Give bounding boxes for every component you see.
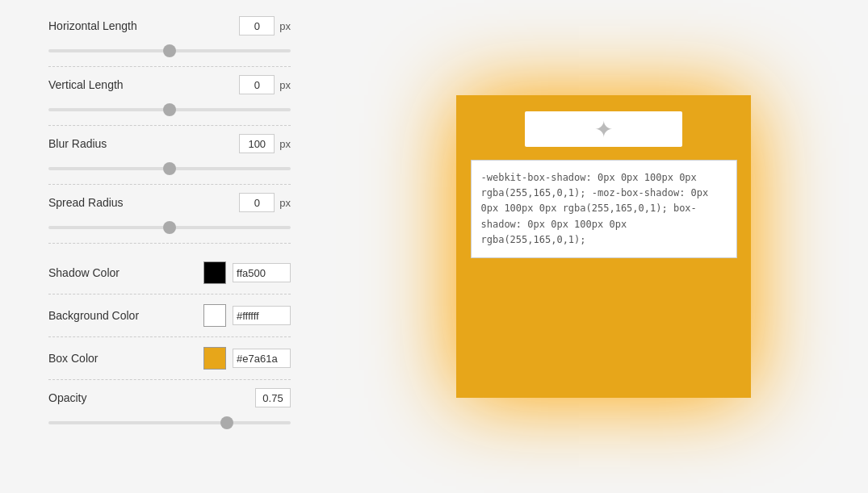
spread-radius-header: Spread Radius px [48,193,291,212]
blur-radius-label: Blur Radius [48,137,107,150]
box-color-row: Box Color [48,337,291,380]
blur-radius-input[interactable] [239,134,275,153]
background-color-swatch[interactable] [203,304,226,327]
horizontal-length-input-row: px [239,16,291,36]
opacity-group: Opacity [48,380,291,427]
opacity-slider[interactable] [48,421,291,424]
shadow-color-swatch[interactable] [203,261,226,284]
box-color-label: Box Color [48,352,197,365]
horizontal-length-group: Horizontal Length px [48,16,291,67]
blur-radius-header: Blur Radius px [48,134,291,153]
box-color-input[interactable] [233,349,291,368]
spread-radius-unit: px [279,197,291,209]
spread-radius-slider-container [48,219,291,232]
spread-radius-input-row: px [239,193,291,212]
spread-radius-input[interactable] [239,193,275,212]
opacity-input[interactable] [255,388,291,407]
spread-radius-group: Spread Radius px [48,193,291,244]
vertical-length-input[interactable] [239,75,275,94]
vertical-length-label: Vertical Length [48,78,124,91]
blur-radius-slider[interactable] [48,167,291,170]
blur-radius-slider-container [48,160,291,173]
vertical-length-slider-container [48,101,291,114]
box-color-swatch[interactable] [203,347,226,370]
background-color-input[interactable] [233,306,291,325]
shadow-color-input[interactable] [233,263,291,282]
puzzle-bar: ✦ [525,111,682,147]
horizontal-length-input[interactable] [239,16,275,36]
spread-radius-label: Spread Radius [48,196,124,209]
vertical-length-group: Vertical Length px [48,75,291,126]
background-color-row: Background Color [48,295,291,337]
puzzle-icon: ✦ [594,116,613,143]
preview-box-wrapper: ✦ -webkit-box-shadow: 0px 0px 100px 0px … [456,95,751,398]
opacity-header: Opacity [48,388,291,407]
background-color-label: Background Color [48,309,197,322]
spread-radius-slider[interactable] [48,226,291,229]
shadow-color-label: Shadow Color [48,266,197,279]
left-panel: Horizontal Length px Vertical Length px … [0,0,339,493]
vertical-length-input-row: px [239,75,291,94]
blur-radius-input-row: px [239,134,291,153]
opacity-label: Opacity [48,391,86,404]
horizontal-length-header: Horizontal Length px [48,16,291,36]
opacity-slider-container [48,414,291,427]
vertical-length-slider[interactable] [48,108,291,111]
shadow-color-row: Shadow Color [48,252,291,295]
blur-radius-unit: px [279,138,291,150]
horizontal-length-unit: px [279,20,291,32]
horizontal-length-slider-container [48,42,291,55]
vertical-length-header: Vertical Length px [48,75,291,94]
horizontal-length-label: Horizontal Length [48,19,137,32]
right-panel: ✦ -webkit-box-shadow: 0px 0px 100px 0px … [339,0,868,493]
preview-box: ✦ -webkit-box-shadow: 0px 0px 100px 0px … [456,95,751,398]
horizontal-length-slider[interactable] [48,49,291,52]
blur-radius-group: Blur Radius px [48,134,291,185]
css-output-box[interactable]: -webkit-box-shadow: 0px 0px 100px 0px rg… [471,160,737,258]
vertical-length-unit: px [279,79,291,91]
